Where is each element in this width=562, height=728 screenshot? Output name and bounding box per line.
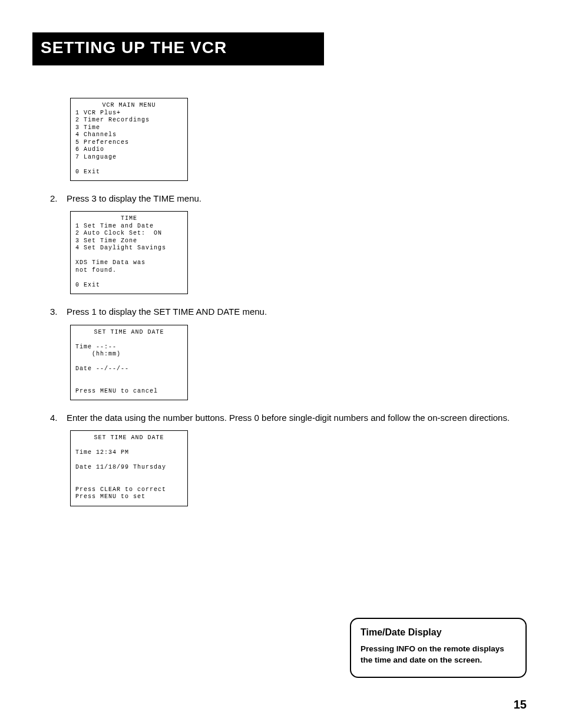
set-time-date-filled-screen: SET TIME AND DATE Time 12:34 PM Date 11/… [70, 430, 188, 506]
screen4-line2: Date 11/18/99 Thursday [75, 464, 166, 470]
screen2-line2: 2 Auto Clock Set: ON [75, 230, 162, 236]
screen2-line4: 4 Set Daylight Savings [75, 245, 166, 251]
step-4: 4. Enter the data using the number butto… [50, 411, 527, 424]
screen3-line3: Date --/--/-- [75, 365, 129, 372]
section-header-text: Setting Up the VCR [41, 38, 227, 57]
screen4-msg2: Press MENU to set [75, 493, 146, 500]
screen2-line1: 1 Set Time and Date [75, 223, 154, 229]
callout-body: Pressing INFO on the remote displays the… [361, 644, 516, 666]
screen1-line1: 1 VCR Plus+ [75, 110, 121, 116]
screen1-line3: 3 Time [75, 124, 100, 131]
screen3-line1: Time --:-- [75, 344, 117, 350]
screen1-line7: 7 Language [75, 154, 117, 160]
screen2-line3: 3 Set Time Zone [75, 238, 137, 244]
screen4-title: SET TIME AND DATE [75, 434, 183, 442]
step-2-number: 2. [50, 192, 67, 205]
step-4-number: 4. [50, 411, 67, 424]
step-4-text: Enter the data using the number buttons.… [67, 411, 527, 424]
section-header: Setting Up the VCR [32, 32, 324, 65]
screen1-exit: 0 Exit [75, 169, 100, 175]
screen4-line1: Time 12:34 PM [75, 449, 129, 456]
screen1-line2: 2 Timer Recordings [75, 117, 150, 123]
step-3-text: Press 1 to display the SET TIME AND DATE… [67, 305, 527, 318]
screen2-exit: 0 Exit [75, 282, 100, 288]
screen1-line5: 5 Preferences [75, 139, 129, 146]
screen1-title: VCR MAIN MENU [75, 102, 183, 110]
time-menu-screen: TIME1 Set Time and Date 2 Auto Clock Set… [70, 211, 188, 294]
screen2-msg1: XDS Time Data was [75, 259, 146, 266]
info-callout: Time/Date Display Pressing INFO on the r… [350, 618, 527, 678]
screen2-title: TIME [75, 215, 183, 223]
screen1-line6: 6 Audio [75, 146, 104, 153]
screen1-line4: 4 Channels [75, 131, 117, 138]
step-2-text: Press 3 to display the TIME menu. [67, 192, 527, 205]
screen3-msg1: Press MENU to cancel [75, 388, 158, 394]
main-content: VCR MAIN MENU1 VCR Plus+ 2 Timer Recordi… [32, 65, 527, 506]
callout-title: Time/Date Display [361, 627, 516, 638]
step-2: 2. Press 3 to display the TIME menu. [50, 192, 527, 205]
vcr-main-menu-screen: VCR MAIN MENU1 VCR Plus+ 2 Timer Recordi… [70, 98, 188, 181]
step-3: 3. Press 1 to display the SET TIME AND D… [50, 305, 527, 318]
step-3-number: 3. [50, 305, 67, 318]
screen4-msg1: Press CLEAR to correct [75, 486, 166, 493]
screen3-title: SET TIME AND DATE [75, 329, 183, 337]
set-time-date-blank-screen: SET TIME AND DATE Time --:-- (hh:mm) Dat… [70, 325, 188, 401]
screen3-line2: (hh:mm) [75, 351, 121, 357]
screen2-msg2: not found. [75, 267, 117, 274]
page-number: 15 [514, 698, 527, 711]
